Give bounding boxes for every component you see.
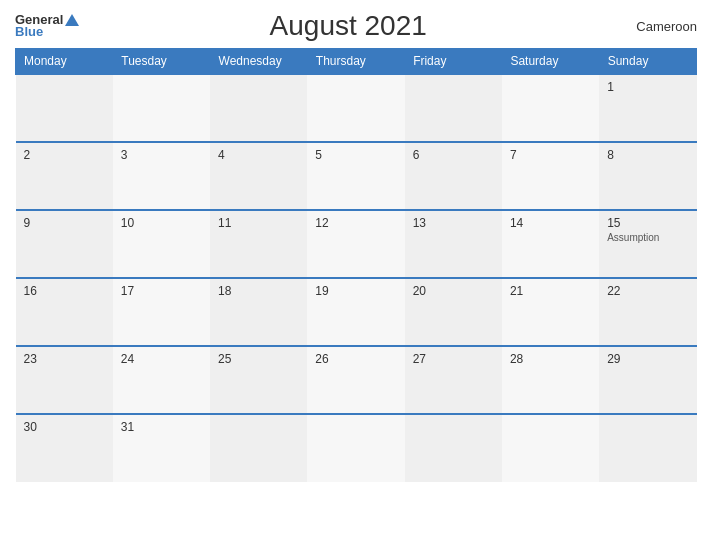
day-number: 30 — [24, 420, 105, 434]
day-number: 19 — [315, 284, 396, 298]
day-number: 3 — [121, 148, 202, 162]
day-number: 5 — [315, 148, 396, 162]
day-number: 1 — [607, 80, 688, 94]
logo-blue: Blue — [15, 25, 79, 39]
calendar-cell: 26 — [307, 346, 404, 414]
day-number: 20 — [413, 284, 494, 298]
calendar-week-row: 1 — [16, 74, 697, 142]
day-number: 4 — [218, 148, 299, 162]
calendar-page: General Blue August 2021 Cameroon Monday… — [0, 0, 712, 550]
day-number: 29 — [607, 352, 688, 366]
day-number: 27 — [413, 352, 494, 366]
day-number: 8 — [607, 148, 688, 162]
weekday-header-row: Monday Tuesday Wednesday Thursday Friday… — [16, 49, 697, 75]
calendar-cell — [599, 414, 696, 482]
calendar-week-row: 3031 — [16, 414, 697, 482]
day-number: 7 — [510, 148, 591, 162]
day-number: 18 — [218, 284, 299, 298]
col-monday: Monday — [16, 49, 113, 75]
calendar-cell: 3 — [113, 142, 210, 210]
logo: General Blue — [15, 13, 79, 40]
calendar-cell — [16, 74, 113, 142]
calendar-cell: 14 — [502, 210, 599, 278]
day-number: 25 — [218, 352, 299, 366]
calendar-cell: 22 — [599, 278, 696, 346]
day-number: 13 — [413, 216, 494, 230]
calendar-cell: 12 — [307, 210, 404, 278]
event-label: Assumption — [607, 232, 688, 243]
calendar-table: Monday Tuesday Wednesday Thursday Friday… — [15, 48, 697, 482]
calendar-cell: 19 — [307, 278, 404, 346]
calendar-week-row: 9101112131415Assumption — [16, 210, 697, 278]
calendar-cell: 10 — [113, 210, 210, 278]
calendar-cell: 5 — [307, 142, 404, 210]
calendar-cell: 9 — [16, 210, 113, 278]
day-number: 14 — [510, 216, 591, 230]
calendar-cell: 16 — [16, 278, 113, 346]
calendar-cell: 29 — [599, 346, 696, 414]
calendar-cell: 4 — [210, 142, 307, 210]
col-thursday: Thursday — [307, 49, 404, 75]
day-number: 2 — [24, 148, 105, 162]
col-friday: Friday — [405, 49, 502, 75]
calendar-week-row: 23242526272829 — [16, 346, 697, 414]
header: General Blue August 2021 Cameroon — [15, 10, 697, 42]
calendar-cell — [307, 414, 404, 482]
col-saturday: Saturday — [502, 49, 599, 75]
country-label: Cameroon — [617, 19, 697, 34]
calendar-cell — [307, 74, 404, 142]
calendar-week-row: 2345678 — [16, 142, 697, 210]
calendar-cell: 11 — [210, 210, 307, 278]
day-number: 12 — [315, 216, 396, 230]
calendar-cell — [405, 74, 502, 142]
day-number: 21 — [510, 284, 591, 298]
day-number: 10 — [121, 216, 202, 230]
day-number: 24 — [121, 352, 202, 366]
day-number: 17 — [121, 284, 202, 298]
calendar-cell: 20 — [405, 278, 502, 346]
day-number: 22 — [607, 284, 688, 298]
calendar-cell: 25 — [210, 346, 307, 414]
day-number: 9 — [24, 216, 105, 230]
col-sunday: Sunday — [599, 49, 696, 75]
calendar-cell — [210, 414, 307, 482]
calendar-cell: 24 — [113, 346, 210, 414]
calendar-cell: 23 — [16, 346, 113, 414]
calendar-cell: 1 — [599, 74, 696, 142]
calendar-cell: 8 — [599, 142, 696, 210]
calendar-cell: 15Assumption — [599, 210, 696, 278]
calendar-cell: 31 — [113, 414, 210, 482]
col-wednesday: Wednesday — [210, 49, 307, 75]
calendar-cell: 21 — [502, 278, 599, 346]
day-number: 16 — [24, 284, 105, 298]
calendar-cell: 27 — [405, 346, 502, 414]
calendar-cell: 13 — [405, 210, 502, 278]
day-number: 6 — [413, 148, 494, 162]
day-number: 26 — [315, 352, 396, 366]
calendar-cell: 6 — [405, 142, 502, 210]
calendar-cell: 2 — [16, 142, 113, 210]
calendar-cell: 28 — [502, 346, 599, 414]
calendar-title: August 2021 — [79, 10, 617, 42]
day-number: 15 — [607, 216, 688, 230]
calendar-cell — [405, 414, 502, 482]
day-number: 31 — [121, 420, 202, 434]
calendar-cell: 7 — [502, 142, 599, 210]
day-number: 28 — [510, 352, 591, 366]
calendar-cell — [113, 74, 210, 142]
calendar-cell: 18 — [210, 278, 307, 346]
calendar-cell — [502, 74, 599, 142]
day-number: 23 — [24, 352, 105, 366]
calendar-cell — [210, 74, 307, 142]
calendar-cell — [502, 414, 599, 482]
calendar-cell: 17 — [113, 278, 210, 346]
calendar-cell: 30 — [16, 414, 113, 482]
day-number: 11 — [218, 216, 299, 230]
calendar-week-row: 16171819202122 — [16, 278, 697, 346]
col-tuesday: Tuesday — [113, 49, 210, 75]
